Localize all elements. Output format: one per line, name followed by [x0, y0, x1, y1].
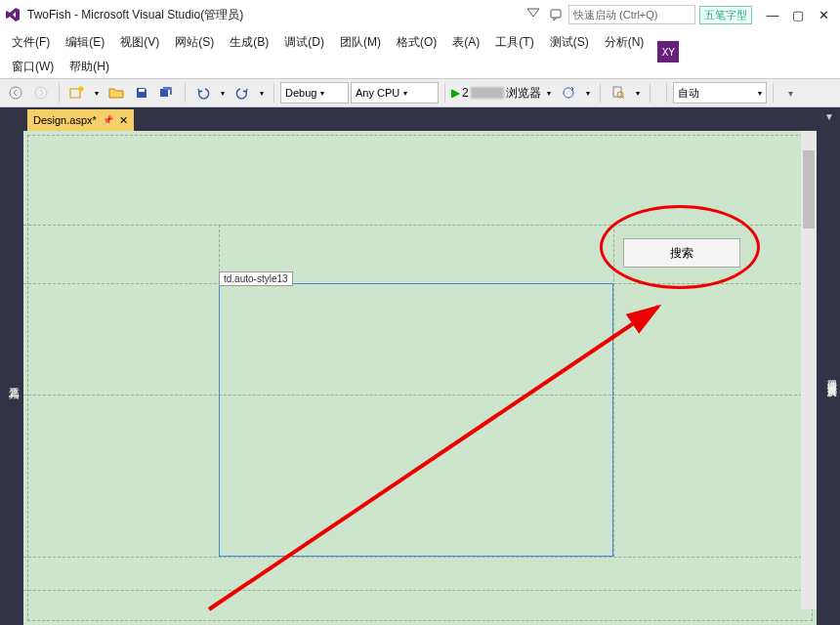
toolbar: ▾ ▾ ▾ Debug▾ Any CPU▾ ▶ 2 浏览器 ▾ ▾ ▾ 自动▾ …	[0, 78, 840, 107]
menu-view[interactable]: 视图(V)	[112, 31, 167, 54]
menu-tools[interactable]: 工具(T)	[487, 31, 541, 54]
selected-cell[interactable]	[219, 283, 613, 557]
document-tab-active[interactable]: Design.aspx* 📌 ✕	[27, 109, 134, 131]
play-icon: ▶	[451, 86, 460, 100]
designer-surface[interactable]: td.auto-style13 搜索	[23, 131, 817, 625]
right-tool-rail: 解决方案资源管理器 团队资源管理器 诊断工具 属性	[817, 131, 840, 625]
main-area: 工具箱 td.auto-style13 搜索	[0, 131, 840, 625]
minimize-button[interactable]: —	[760, 5, 785, 24]
svg-point-4	[79, 87, 84, 92]
svg-rect-3	[70, 89, 80, 98]
run-suffix: 浏览器	[506, 85, 541, 102]
platform-value: Any CPU	[356, 87, 399, 99]
svg-line-8	[622, 97, 624, 99]
svg-point-2	[35, 87, 47, 99]
svg-point-1	[10, 87, 21, 99]
row-divider	[23, 590, 817, 591]
document-tab-well: Design.aspx* 📌 ✕ ▼	[0, 107, 840, 131]
menu-window[interactable]: 窗口(W)	[4, 56, 62, 78]
undo-button[interactable]	[191, 81, 215, 104]
menu-bar: 文件(F) 编辑(E) 视图(V) 网站(S) 生成(B) 调试(D) 团队(M…	[0, 29, 840, 55]
nav-back-button[interactable]	[4, 81, 27, 104]
find-caret[interactable]: ▾	[632, 89, 644, 98]
target-combo[interactable]: 自动▾	[673, 82, 767, 104]
account-badge[interactable]: XY	[657, 41, 679, 62]
vertical-scrollbar[interactable]	[801, 131, 817, 609]
svg-rect-0	[551, 10, 561, 18]
new-project-button[interactable]	[65, 81, 89, 104]
quick-launch-placeholder: 快速启动 (Ctrl+Q)	[573, 8, 657, 22]
new-project-caret[interactable]: ▾	[91, 89, 103, 98]
menu-website[interactable]: 网站(S)	[167, 31, 222, 54]
rail-toolbox[interactable]: 工具箱	[5, 376, 23, 384]
close-button[interactable]: ✕	[811, 5, 836, 24]
menu-bar-2: 窗口(W) 帮助(H)	[0, 55, 840, 78]
menu-edit[interactable]: 编辑(E)	[58, 31, 112, 54]
menu-help[interactable]: 帮助(H)	[62, 56, 117, 78]
quick-launch-input[interactable]: 快速启动 (Ctrl+Q)	[568, 5, 695, 24]
designer-shell: td.auto-style13 搜索	[23, 131, 817, 625]
annotation-ellipse	[600, 205, 760, 289]
save-all-button[interactable]	[155, 81, 179, 104]
left-tool-rail: 工具箱	[0, 131, 23, 625]
vs-logo-icon	[4, 6, 21, 23]
scrollbar-thumb[interactable]	[803, 150, 815, 229]
cell-tag-label: td.auto-style13	[219, 271, 293, 286]
rail-solution-explorer[interactable]: 解决方案资源管理器	[822, 378, 840, 382]
run-button[interactable]: ▶ 2 浏览器 ▾	[451, 85, 555, 102]
menu-table[interactable]: 表(A)	[444, 31, 487, 54]
menu-analyze[interactable]: 分析(N)	[597, 31, 652, 54]
feedback-icon[interactable]	[547, 5, 567, 24]
toolbar-overflow-button[interactable]: ▾	[779, 81, 803, 104]
menu-build[interactable]: 生成(B)	[222, 31, 276, 54]
row-divider	[23, 557, 817, 558]
find-in-files-button[interactable]	[607, 81, 630, 104]
pin-icon[interactable]: 📌	[103, 115, 113, 125]
col-divider	[613, 225, 614, 557]
tab-overflow-button[interactable]: ▼	[824, 111, 834, 122]
config-value: Debug	[285, 87, 316, 99]
menu-debug[interactable]: 调试(D)	[276, 31, 332, 54]
save-button[interactable]	[130, 81, 153, 104]
tab-close-button[interactable]: ✕	[119, 114, 128, 127]
window-title: TwoFish - Microsoft Visual Studio(管理员)	[27, 7, 243, 23]
ime-badge[interactable]: 五笔字型	[699, 6, 752, 24]
nav-fwd-button[interactable]	[29, 81, 53, 104]
undo-caret[interactable]: ▾	[217, 89, 229, 98]
browser-link-button[interactable]	[557, 81, 580, 104]
target-value: 自动	[678, 86, 699, 101]
svg-rect-5	[139, 89, 145, 92]
notifications-icon[interactable]	[524, 5, 543, 24]
window-controls: — ▢ ✕	[760, 5, 836, 24]
open-file-button[interactable]	[105, 81, 128, 104]
run-prefix: 2	[462, 86, 469, 100]
browser-link-caret[interactable]: ▾	[582, 89, 594, 98]
title-bar: TwoFish - Microsoft Visual Studio(管理员) 快…	[0, 0, 840, 29]
platform-combo[interactable]: Any CPU▾	[351, 82, 439, 104]
config-combo[interactable]: Debug▾	[280, 82, 349, 104]
menu-team[interactable]: 团队(M)	[332, 31, 389, 54]
maximize-button[interactable]: ▢	[785, 5, 811, 24]
menu-file[interactable]: 文件(F)	[4, 31, 58, 54]
menu-test[interactable]: 测试(S)	[542, 31, 597, 54]
redo-button[interactable]	[231, 81, 254, 104]
redo-caret[interactable]: ▾	[256, 89, 268, 98]
run-blur	[471, 87, 504, 99]
tab-label: Design.aspx*	[33, 114, 97, 126]
menu-format[interactable]: 格式(O)	[389, 31, 444, 54]
